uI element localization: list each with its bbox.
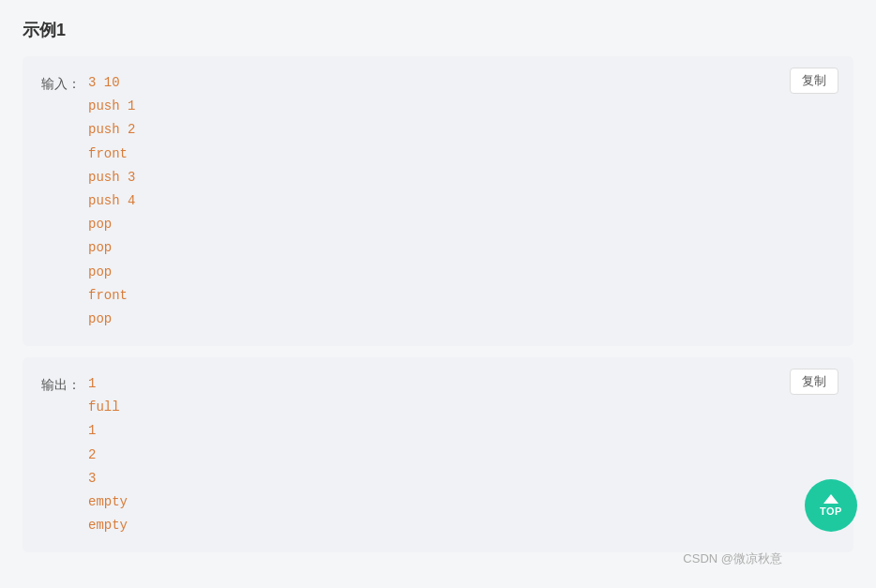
section-title: 示例1 [23,19,853,41]
input-line-7: pop [88,236,135,260]
input-block: 输入： 3 10push 1push 2frontpush 3push 4pop… [23,56,853,346]
input-line-8: pop [88,261,135,284]
input-line-2: push 2 [88,118,135,142]
output-line-0: 1 [88,372,128,396]
input-line-4: push 3 [88,166,135,189]
output-copy-button[interactable]: 复制 [790,369,838,395]
output-line-5: empty [88,490,128,514]
input-copy-button[interactable]: 复制 [790,68,838,94]
output-block: 输出： 1full123emptyempty 复制 [23,357,853,552]
input-line-5: push 4 [88,189,135,213]
output-line-1: full [88,396,128,419]
top-arrow-icon [823,494,838,504]
watermark: CSDN @微凉秋意 [683,550,782,567]
input-line-6: pop [88,213,135,236]
output-line-4: 3 [88,467,128,490]
input-line-1: push 1 [88,95,135,118]
output-code-lines: 1full123emptyempty [88,372,128,537]
output-line-6: empty [88,514,128,537]
page-wrapper: 示例1 输入： 3 10push 1push 2frontpush 3push … [0,0,876,582]
input-line-0: 3 10 [88,71,135,95]
input-line-3: front [88,143,135,166]
output-line-3: 2 [88,444,128,467]
input-code-lines: 3 10push 1push 2frontpush 3push 4poppopp… [88,71,135,331]
top-button-label: TOP [820,505,842,517]
input-line-9: front [88,284,135,308]
input-line-10: pop [88,308,135,331]
top-button[interactable]: TOP [805,479,857,532]
output-line-2: 1 [88,419,128,443]
input-label: 输入： [41,71,81,96]
output-label: 输出： [41,372,81,397]
